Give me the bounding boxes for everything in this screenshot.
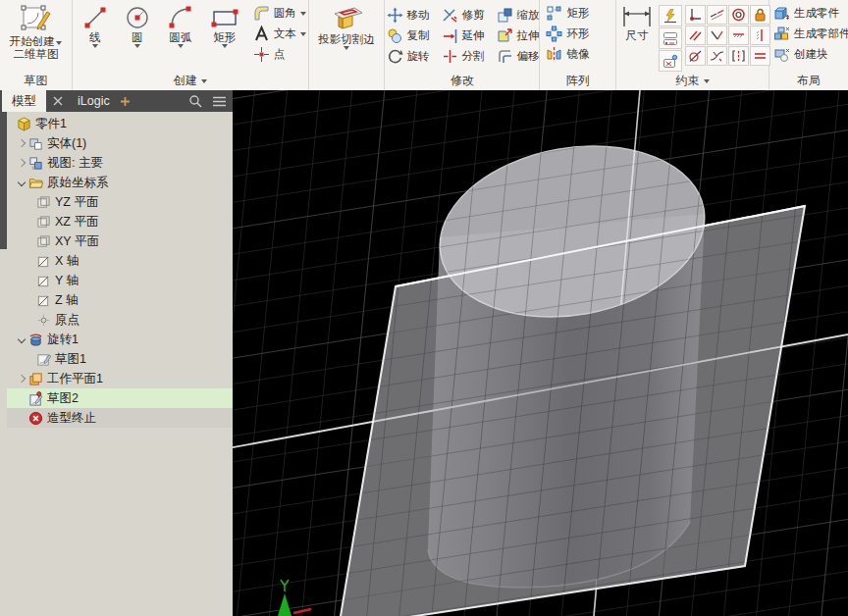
chevron-right-icon[interactable] xyxy=(18,139,26,147)
add-tab-icon[interactable] xyxy=(120,96,131,107)
tree-item-xy-plane[interactable]: XY 平面 xyxy=(7,231,233,251)
chevron-down-icon[interactable] xyxy=(18,335,26,343)
line-button[interactable]: 线 xyxy=(75,3,116,49)
circular-pattern-button[interactable]: 环形 xyxy=(546,24,589,44)
line-icon xyxy=(81,4,109,31)
create-block-button[interactable]: 创建块 xyxy=(773,44,828,65)
rectangle-icon xyxy=(210,4,239,31)
plane-icon xyxy=(36,195,51,210)
rotate-icon xyxy=(387,48,403,65)
circle-button[interactable]: 圆 xyxy=(116,3,159,49)
equal-constraint-icon xyxy=(753,49,768,63)
symmetric-constraint-button[interactable] xyxy=(728,46,749,66)
start-2d-sketch-label2: 二维草图 xyxy=(13,48,58,60)
search-icon[interactable] xyxy=(186,91,205,111)
work-plane-icon xyxy=(28,372,43,386)
panel-create: 线 圆 圆弧 xyxy=(73,0,309,90)
collinear-constraint-icon xyxy=(710,8,724,22)
vertical-constraint-button[interactable] xyxy=(750,26,770,45)
chevron-down-icon[interactable] xyxy=(18,179,26,186)
origin-point-icon xyxy=(36,313,51,328)
equal-constraint-button[interactable] xyxy=(750,46,770,66)
tree-item-sketch1[interactable]: 草图1 xyxy=(7,349,233,369)
tangent-constraint-button[interactable] xyxy=(685,46,706,66)
mirror-button[interactable]: 镜像 xyxy=(546,44,589,65)
panel-label-constrain[interactable]: 约束 xyxy=(616,72,768,90)
rectangle-button[interactable]: 矩形 xyxy=(202,3,247,49)
close-icon[interactable] xyxy=(50,93,66,109)
browser-tree: 零件1 实体(1) 视图: 主要 原始坐标系 xyxy=(7,114,233,616)
tree-item-view-master[interactable]: 视图: 主要 xyxy=(7,153,233,173)
copy-icon xyxy=(387,27,403,44)
rotate-button[interactable]: 旋转 xyxy=(387,48,442,65)
collinear-constraint-button[interactable] xyxy=(707,5,727,25)
point-button[interactable]: 点 xyxy=(253,44,306,65)
origin-folder-icon xyxy=(28,176,43,190)
make-components-button[interactable]: 生成零部件 xyxy=(773,24,848,44)
project-cut-edges-button[interactable]: 投影切割边 xyxy=(315,3,378,51)
dropdown-arrow-icon xyxy=(300,32,306,36)
auto-dimension-button[interactable] xyxy=(659,5,682,26)
browser-tab-bar: 模型 iLogic xyxy=(0,90,233,112)
tree-item-work-plane[interactable]: 工作平面1 xyxy=(7,369,233,388)
tree-item-solid-bodies[interactable]: 实体(1) xyxy=(7,133,233,153)
tree-item-sketch2[interactable]: 草图2 xyxy=(7,388,233,408)
menu-icon[interactable] xyxy=(209,91,229,111)
constraint-settings-button[interactable] xyxy=(659,27,682,49)
panel-label-create[interactable]: 创建 xyxy=(73,72,308,90)
trim-button[interactable]: 修剪 xyxy=(442,7,497,24)
tree-item-xz-plane[interactable]: XZ 平面 xyxy=(7,212,233,231)
tree-item-origin-folder[interactable]: 原始坐标系 xyxy=(7,173,233,192)
move-icon xyxy=(387,7,403,24)
circular-pattern-icon xyxy=(546,26,562,42)
tab-model[interactable]: 模型 xyxy=(2,90,46,112)
chevron-right-icon[interactable] xyxy=(18,375,26,383)
make-part-button[interactable]: 生成零件 xyxy=(773,3,839,24)
split-button[interactable]: 分割 xyxy=(442,48,497,65)
tree-item-x-axis[interactable]: X 轴 xyxy=(7,251,233,271)
concentric-constraint-button[interactable] xyxy=(728,5,749,25)
tree-item-y-axis[interactable]: Y 轴 xyxy=(7,271,233,290)
tree-item-center-point[interactable]: 原点 xyxy=(7,310,233,330)
dimension-button[interactable]: 尺寸 xyxy=(618,3,656,43)
extend-button[interactable]: 延伸 xyxy=(442,27,497,44)
symmetric-constraint-icon xyxy=(731,49,746,63)
tree-item-z-axis[interactable]: Z 轴 xyxy=(7,290,233,310)
chevron-right-icon[interactable] xyxy=(18,159,26,167)
tree-item-end-of-part[interactable]: 造型终止 xyxy=(7,408,233,428)
axis-icon xyxy=(36,274,51,288)
tree-item-revolution[interactable]: 旋转1 xyxy=(7,330,233,349)
start-2d-sketch-button[interactable]: 开始创建 二维草图 xyxy=(6,3,65,62)
tree-item-yz-plane[interactable]: YZ 平面 xyxy=(7,192,233,212)
project-cut-edges-icon xyxy=(329,4,364,33)
panel-pattern: 矩形 环形 镜像 阵列 xyxy=(540,0,616,90)
coincident-constraint-button[interactable] xyxy=(685,5,706,25)
copy-button[interactable]: 复制 xyxy=(387,27,442,44)
fix-constraint-button[interactable] xyxy=(750,5,770,25)
tree-item-part[interactable]: 零件1 xyxy=(7,114,233,133)
move-button[interactable]: 移动 xyxy=(387,7,442,24)
parallel-constraint-button[interactable] xyxy=(685,26,706,45)
revolve-icon xyxy=(28,333,43,347)
make-part-icon xyxy=(773,5,790,22)
sketch-icon xyxy=(36,352,51,367)
rectangular-pattern-button[interactable]: 矩形 xyxy=(546,3,589,24)
plane-icon xyxy=(36,234,51,249)
panel-constrain: 尺寸 xyxy=(616,0,769,90)
dropdown-arrow-icon xyxy=(222,44,228,48)
horizontal-constraint-button[interactable] xyxy=(728,26,749,45)
create-block-icon xyxy=(773,46,790,63)
show-constraints-button[interactable] xyxy=(659,50,682,72)
horizontal-constraint-icon xyxy=(731,28,746,42)
trim-icon xyxy=(442,7,458,24)
dropdown-arrow-icon xyxy=(56,41,62,45)
tab-ilogic[interactable]: iLogic xyxy=(70,90,118,112)
rectangular-pattern-icon xyxy=(546,5,562,22)
perpendicular-constraint-button[interactable] xyxy=(707,26,727,45)
graphics-viewport[interactable] xyxy=(233,90,848,616)
text-button[interactable]: 文本 xyxy=(253,24,306,44)
fillet-button[interactable]: 圆角 xyxy=(253,3,306,24)
panel-label-project xyxy=(309,72,385,90)
smooth-constraint-button[interactable] xyxy=(707,46,727,66)
arc-button[interactable]: 圆弧 xyxy=(159,3,202,49)
